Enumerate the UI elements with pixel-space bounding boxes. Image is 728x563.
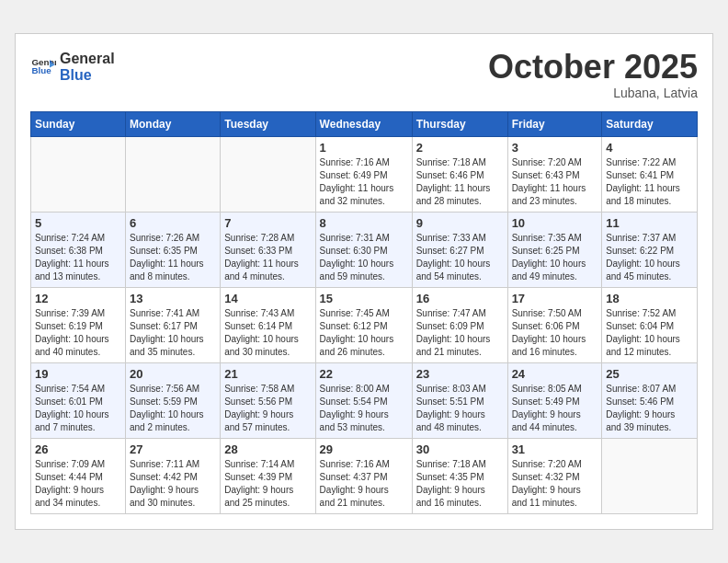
calendar-cell: 18Sunrise: 7:52 AM Sunset: 6:04 PM Dayli… <box>602 287 698 362</box>
day-info: Sunrise: 8:03 AM Sunset: 5:51 PM Dayligh… <box>416 383 504 434</box>
day-number: 26 <box>35 442 121 456</box>
day-number: 24 <box>512 367 598 381</box>
calendar-cell <box>602 438 698 513</box>
day-info: Sunrise: 7:22 AM Sunset: 6:41 PM Dayligh… <box>606 156 693 208</box>
logo: General Blue General Blue <box>30 49 115 83</box>
calendar-cell: 28Sunrise: 7:14 AM Sunset: 4:39 PM Dayli… <box>221 438 315 513</box>
day-number: 29 <box>320 442 408 456</box>
calendar-cell: 4Sunrise: 7:22 AM Sunset: 6:41 PM Daylig… <box>602 136 698 212</box>
day-number: 30 <box>416 442 504 456</box>
calendar-cell: 16Sunrise: 7:47 AM Sunset: 6:09 PM Dayli… <box>412 287 507 362</box>
calendar-cell: 12Sunrise: 7:39 AM Sunset: 6:19 PM Dayli… <box>31 287 126 362</box>
day-number: 10 <box>512 216 598 230</box>
day-number: 18 <box>606 292 693 305</box>
calendar-cell: 14Sunrise: 7:43 AM Sunset: 6:14 PM Dayli… <box>221 287 315 362</box>
weekday-header-sunday: Sunday <box>31 111 126 136</box>
day-info: Sunrise: 8:05 AM Sunset: 5:49 PM Dayligh… <box>512 383 598 434</box>
day-number: 4 <box>606 141 693 155</box>
calendar-table: SundayMondayTuesdayWednesdayThursdayFrid… <box>30 111 698 514</box>
day-number: 19 <box>35 367 121 381</box>
calendar-cell <box>221 136 315 212</box>
calendar-cell: 20Sunrise: 7:56 AM Sunset: 5:59 PM Dayli… <box>126 362 221 438</box>
day-info: Sunrise: 7:11 AM Sunset: 4:42 PM Dayligh… <box>130 458 216 510</box>
day-info: Sunrise: 7:18 AM Sunset: 4:35 PM Dayligh… <box>416 458 504 510</box>
day-number: 6 <box>130 216 216 230</box>
day-number: 5 <box>35 216 121 230</box>
svg-text:Blue: Blue <box>31 65 51 75</box>
day-number: 25 <box>606 367 693 381</box>
day-number: 22 <box>320 367 408 381</box>
day-info: Sunrise: 7:52 AM Sunset: 6:04 PM Dayligh… <box>606 307 693 359</box>
day-number: 16 <box>416 292 504 305</box>
calendar-week-row: 12Sunrise: 7:39 AM Sunset: 6:19 PM Dayli… <box>31 287 698 362</box>
month-title: October 2025 <box>488 49 698 86</box>
day-info: Sunrise: 7:16 AM Sunset: 6:49 PM Dayligh… <box>320 156 408 208</box>
calendar-cell: 13Sunrise: 7:41 AM Sunset: 6:17 PM Dayli… <box>126 287 221 362</box>
calendar-cell: 26Sunrise: 7:09 AM Sunset: 4:44 PM Dayli… <box>31 438 126 513</box>
day-info: Sunrise: 7:58 AM Sunset: 5:56 PM Dayligh… <box>224 383 311 434</box>
day-number: 20 <box>130 367 216 381</box>
day-number: 2 <box>416 141 504 155</box>
day-number: 15 <box>320 292 408 305</box>
weekday-header-monday: Monday <box>126 111 221 136</box>
weekday-header-thursday: Thursday <box>412 111 507 136</box>
day-info: Sunrise: 7:28 AM Sunset: 6:33 PM Dayligh… <box>224 232 311 283</box>
day-info: Sunrise: 7:54 AM Sunset: 6:01 PM Dayligh… <box>35 383 121 434</box>
day-info: Sunrise: 7:33 AM Sunset: 6:27 PM Dayligh… <box>416 232 504 283</box>
logo-blue: Blue <box>60 67 115 84</box>
calendar-cell: 5Sunrise: 7:24 AM Sunset: 6:38 PM Daylig… <box>31 212 126 287</box>
calendar-cell: 22Sunrise: 8:00 AM Sunset: 5:54 PM Dayli… <box>315 362 412 438</box>
calendar-cell: 2Sunrise: 7:18 AM Sunset: 6:46 PM Daylig… <box>412 136 507 212</box>
day-number: 9 <box>416 216 504 230</box>
day-info: Sunrise: 8:07 AM Sunset: 5:46 PM Dayligh… <box>606 383 693 434</box>
calendar-cell <box>31 136 126 212</box>
day-number: 28 <box>224 442 311 456</box>
calendar-cell: 15Sunrise: 7:45 AM Sunset: 6:12 PM Dayli… <box>315 287 412 362</box>
day-info: Sunrise: 7:45 AM Sunset: 6:12 PM Dayligh… <box>320 307 408 359</box>
calendar-cell: 8Sunrise: 7:31 AM Sunset: 6:30 PM Daylig… <box>315 212 412 287</box>
weekday-header-tuesday: Tuesday <box>221 111 315 136</box>
calendar-cell: 19Sunrise: 7:54 AM Sunset: 6:01 PM Dayli… <box>31 362 126 438</box>
day-info: Sunrise: 7:37 AM Sunset: 6:22 PM Dayligh… <box>606 232 693 283</box>
day-number: 31 <box>512 442 598 456</box>
location: Lubana, Latvia <box>488 86 698 100</box>
calendar-cell: 17Sunrise: 7:50 AM Sunset: 6:06 PM Dayli… <box>507 287 602 362</box>
day-info: Sunrise: 7:35 AM Sunset: 6:25 PM Dayligh… <box>512 232 598 283</box>
day-number: 12 <box>35 292 121 305</box>
day-info: Sunrise: 7:24 AM Sunset: 6:38 PM Dayligh… <box>35 232 121 283</box>
calendar-cell: 27Sunrise: 7:11 AM Sunset: 4:42 PM Dayli… <box>126 438 221 513</box>
day-info: Sunrise: 7:20 AM Sunset: 4:32 PM Dayligh… <box>512 458 598 510</box>
calendar-week-row: 5Sunrise: 7:24 AM Sunset: 6:38 PM Daylig… <box>31 212 698 287</box>
day-number: 13 <box>130 292 216 305</box>
day-number: 14 <box>224 292 311 305</box>
day-info: Sunrise: 7:47 AM Sunset: 6:09 PM Dayligh… <box>416 307 504 359</box>
calendar-cell: 10Sunrise: 7:35 AM Sunset: 6:25 PM Dayli… <box>507 212 602 287</box>
calendar-week-row: 1Sunrise: 7:16 AM Sunset: 6:49 PM Daylig… <box>31 136 698 212</box>
calendar-cell: 3Sunrise: 7:20 AM Sunset: 6:43 PM Daylig… <box>507 136 602 212</box>
day-number: 7 <box>224 216 311 230</box>
day-number: 27 <box>130 442 216 456</box>
day-info: Sunrise: 7:39 AM Sunset: 6:19 PM Dayligh… <box>35 307 121 359</box>
calendar-cell: 23Sunrise: 8:03 AM Sunset: 5:51 PM Dayli… <box>412 362 507 438</box>
day-number: 3 <box>512 141 598 155</box>
calendar-cell: 29Sunrise: 7:16 AM Sunset: 4:37 PM Dayli… <box>315 438 412 513</box>
day-number: 17 <box>512 292 598 305</box>
day-info: Sunrise: 7:16 AM Sunset: 4:37 PM Dayligh… <box>320 458 408 510</box>
calendar-cell: 21Sunrise: 7:58 AM Sunset: 5:56 PM Dayli… <box>221 362 315 438</box>
calendar-header: General Blue General Blue October 2025 L… <box>30 49 698 100</box>
day-number: 11 <box>606 216 693 230</box>
calendar-week-row: 26Sunrise: 7:09 AM Sunset: 4:44 PM Dayli… <box>31 438 698 513</box>
weekday-header-saturday: Saturday <box>602 111 698 136</box>
day-info: Sunrise: 7:56 AM Sunset: 5:59 PM Dayligh… <box>130 383 216 434</box>
day-info: Sunrise: 7:09 AM Sunset: 4:44 PM Dayligh… <box>35 458 121 510</box>
calendar-container: General Blue General Blue October 2025 L… <box>15 33 713 530</box>
day-info: Sunrise: 7:41 AM Sunset: 6:17 PM Dayligh… <box>130 307 216 359</box>
weekday-header-wednesday: Wednesday <box>315 111 412 136</box>
calendar-cell: 25Sunrise: 8:07 AM Sunset: 5:46 PM Dayli… <box>602 362 698 438</box>
day-info: Sunrise: 7:26 AM Sunset: 6:35 PM Dayligh… <box>130 232 216 283</box>
calendar-week-row: 19Sunrise: 7:54 AM Sunset: 6:01 PM Dayli… <box>31 362 698 438</box>
calendar-cell: 9Sunrise: 7:33 AM Sunset: 6:27 PM Daylig… <box>412 212 507 287</box>
calendar-cell: 6Sunrise: 7:26 AM Sunset: 6:35 PM Daylig… <box>126 212 221 287</box>
day-info: Sunrise: 7:50 AM Sunset: 6:06 PM Dayligh… <box>512 307 598 359</box>
calendar-cell: 7Sunrise: 7:28 AM Sunset: 6:33 PM Daylig… <box>221 212 315 287</box>
